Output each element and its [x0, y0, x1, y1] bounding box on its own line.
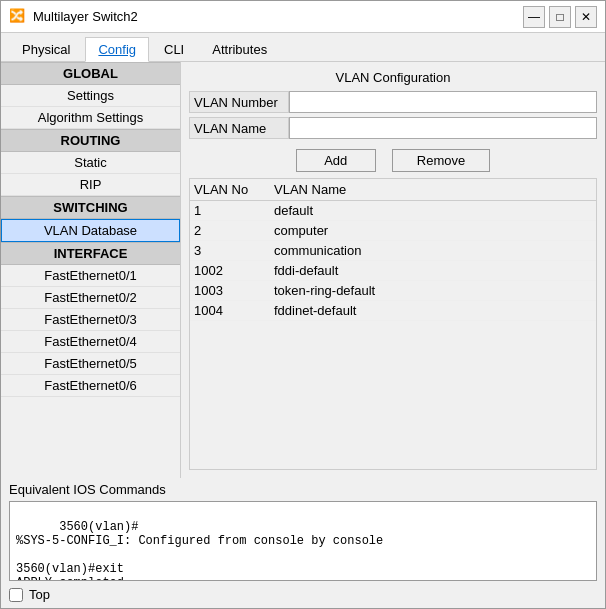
- tab-physical[interactable]: Physical: [9, 37, 83, 61]
- vlan-no: 2: [194, 223, 274, 238]
- vlan-name: fddi-default: [274, 263, 592, 278]
- sidebar-item-algorithm-settings[interactable]: Algorithm Settings: [1, 107, 180, 129]
- ios-console[interactable]: 3560(vlan)# %SYS-5-CONFIG_I: Configured …: [9, 501, 597, 581]
- top-checkbox[interactable]: [9, 588, 23, 602]
- sidebar-header-switching: SWITCHING: [1, 196, 180, 219]
- sidebar-item-fe04[interactable]: FastEthernet0/4: [1, 331, 180, 353]
- content-area: GLOBAL Settings Algorithm Settings ROUTI…: [1, 62, 605, 478]
- table-row[interactable]: 1003token-ring-default: [190, 281, 596, 301]
- sidebar-item-vlan-database[interactable]: VLAN Database: [1, 219, 180, 242]
- vlan-table-header: VLAN No VLAN Name: [190, 179, 596, 201]
- vlan-config-section: VLAN Configuration VLAN Number VLAN Name…: [189, 70, 597, 470]
- vlan-no: 1003: [194, 283, 274, 298]
- vlan-no: 1004: [194, 303, 274, 318]
- sidebar-item-settings[interactable]: Settings: [1, 85, 180, 107]
- vlan-name: token-ring-default: [274, 283, 592, 298]
- vlan-name: fddinet-default: [274, 303, 592, 318]
- sidebar-item-fe06[interactable]: FastEthernet0/6: [1, 375, 180, 397]
- ios-section: Equivalent IOS Commands 3560(vlan)# %SYS…: [1, 478, 605, 581]
- sidebar-item-rip[interactable]: RIP: [1, 174, 180, 196]
- action-buttons: Add Remove: [189, 149, 597, 172]
- vlan-table-scroll[interactable]: 1default2computer3communication1002fddi-…: [190, 201, 596, 469]
- table-row[interactable]: 1004fddinet-default: [190, 301, 596, 321]
- sidebar-header-routing: ROUTING: [1, 129, 180, 152]
- section-title: VLAN Configuration: [189, 70, 597, 85]
- tab-attributes[interactable]: Attributes: [199, 37, 280, 61]
- tab-cli[interactable]: CLI: [151, 37, 197, 61]
- main-window: 🔀 Multilayer Switch2 — □ ✕ Physical Conf…: [0, 0, 606, 609]
- vlan-table: VLAN No VLAN Name 1default2computer3comm…: [189, 178, 597, 470]
- ios-label: Equivalent IOS Commands: [9, 482, 597, 497]
- ios-content: 3560(vlan)# %SYS-5-CONFIG_I: Configured …: [16, 520, 383, 581]
- vlan-no: 1: [194, 203, 274, 218]
- remove-button[interactable]: Remove: [392, 149, 490, 172]
- app-icon: 🔀: [9, 8, 27, 26]
- table-row[interactable]: 2computer: [190, 221, 596, 241]
- vlan-no: 1002: [194, 263, 274, 278]
- title-bar: 🔀 Multilayer Switch2 — □ ✕: [1, 1, 605, 33]
- vlan-name-input[interactable]: [289, 117, 597, 139]
- sidebar-header-global: GLOBAL: [1, 62, 180, 85]
- table-row[interactable]: 1default: [190, 201, 596, 221]
- col-no-header: VLAN No: [194, 182, 274, 197]
- vlan-no: 3: [194, 243, 274, 258]
- footer: Top: [1, 581, 605, 608]
- vlan-number-label: VLAN Number: [189, 91, 289, 113]
- add-button[interactable]: Add: [296, 149, 376, 172]
- sidebar-item-fe01[interactable]: FastEthernet0/1: [1, 265, 180, 287]
- sidebar-item-static[interactable]: Static: [1, 152, 180, 174]
- vlan-number-input[interactable]: [289, 91, 597, 113]
- close-button[interactable]: ✕: [575, 6, 597, 28]
- vlan-name: default: [274, 203, 592, 218]
- sidebar: GLOBAL Settings Algorithm Settings ROUTI…: [1, 62, 181, 478]
- table-row[interactable]: 1002fddi-default: [190, 261, 596, 281]
- main-panel: VLAN Configuration VLAN Number VLAN Name…: [181, 62, 605, 478]
- top-label: Top: [29, 587, 50, 602]
- vlan-name-label: VLAN Name: [189, 117, 289, 139]
- sidebar-item-fe02[interactable]: FastEthernet0/2: [1, 287, 180, 309]
- col-name-header: VLAN Name: [274, 182, 592, 197]
- minimize-button[interactable]: —: [523, 6, 545, 28]
- tab-config[interactable]: Config: [85, 37, 149, 62]
- sidebar-item-fe03[interactable]: FastEthernet0/3: [1, 309, 180, 331]
- window-controls: — □ ✕: [523, 6, 597, 28]
- sidebar-item-fe05[interactable]: FastEthernet0/5: [1, 353, 180, 375]
- maximize-button[interactable]: □: [549, 6, 571, 28]
- top-checkbox-label[interactable]: Top: [9, 587, 50, 602]
- vlan-name: communication: [274, 243, 592, 258]
- tab-bar: Physical Config CLI Attributes: [1, 33, 605, 62]
- vlan-name: computer: [274, 223, 592, 238]
- sidebar-header-interface: INTERFACE: [1, 242, 180, 265]
- table-row[interactable]: 3communication: [190, 241, 596, 261]
- window-title: Multilayer Switch2: [33, 9, 523, 24]
- vlan-number-row: VLAN Number: [189, 91, 597, 113]
- vlan-name-row: VLAN Name: [189, 117, 597, 139]
- sidebar-scroll[interactable]: GLOBAL Settings Algorithm Settings ROUTI…: [1, 62, 180, 478]
